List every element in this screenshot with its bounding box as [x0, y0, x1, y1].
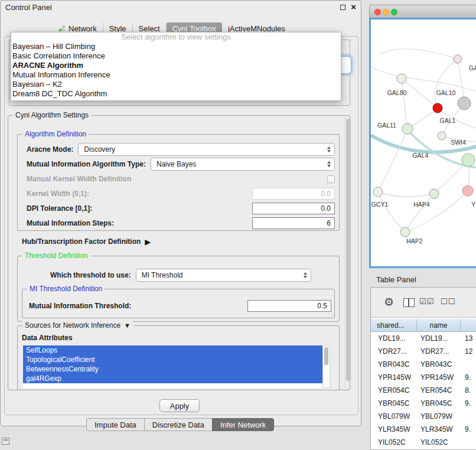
network-node[interactable]	[400, 227, 410, 237]
stepper-icon	[327, 161, 331, 167]
cell-name: YPR145W	[417, 373, 461, 381]
cell-name: YBL079W	[417, 412, 461, 420]
mi-steps-field[interactable]: 6	[252, 217, 335, 229]
triangle-right-icon: ▶	[145, 237, 151, 246]
network-node[interactable]	[438, 132, 446, 140]
network-window-titlebar[interactable]	[369, 5, 476, 18]
data-attributes-heading: Data Attributes	[22, 334, 73, 342]
close-traffic-light[interactable]	[374, 9, 381, 15]
gear-icon[interactable]: ⚙	[384, 295, 394, 309]
mi-steps-label: Mutual Information Steps:	[27, 219, 114, 227]
checked-boxes-icon[interactable]: ☑☑	[419, 297, 434, 306]
kernel-width-field[interactable]: 0.0	[252, 188, 335, 200]
table-panel: ⚙ ☑☑ ☐☐ shared... name YDL19... YDL19...…	[370, 287, 476, 450]
algorithm-option[interactable]: Bayesian – K2	[11, 80, 341, 89]
algorithm-option[interactable]: Mutual Information Inference	[11, 70, 341, 80]
list-item[interactable]: TopologicalCoefficient	[23, 355, 322, 364]
network-node[interactable]	[397, 74, 406, 83]
node-label: HAP4	[413, 201, 430, 208]
cell-name: YLR345W	[417, 425, 461, 433]
settings-scrollbar-thumb[interactable]	[346, 119, 351, 381]
hub-definition-toggle[interactable]: Hub/Transcription Factor Definition ▶	[22, 236, 151, 247]
node-label: GAL11	[377, 122, 396, 129]
which-threshold-label: Which threshold to use:	[50, 271, 131, 279]
network-canvas[interactable]: GAL80 GAL10 GAL11 GAL1 SWI4 GAL4 GCY1 HA…	[369, 18, 476, 268]
mi-type-combo[interactable]: Naive Bayes	[151, 158, 335, 171]
columns-icon[interactable]	[403, 298, 415, 307]
mi-threshold-row: Mutual Information Threshold: 0.5	[29, 299, 331, 313]
column-header-name[interactable]: name	[417, 319, 461, 331]
mi-threshold-label: Mutual Information Threshold:	[29, 302, 131, 310]
cell-name: YBR043C	[417, 360, 461, 369]
settings-scrollbar[interactable]	[345, 116, 351, 388]
algorithm-option-selected[interactable]: ARACNE Algorithm	[11, 61, 341, 70]
cyni-algorithm-settings-legend: Cyni Algorithm Settings	[13, 111, 91, 119]
window-title: Control Panel	[5, 3, 52, 12]
list-item[interactable]: BetweennessCentrality	[23, 364, 322, 374]
node-label: GAL8	[469, 64, 476, 71]
network-node[interactable]	[429, 189, 439, 198]
table-row[interactable]: YBR045C YBR045C 9.	[371, 397, 476, 410]
stepper-icon	[327, 146, 331, 152]
cell-shared: YBL079W	[371, 412, 417, 420]
network-node[interactable]	[373, 187, 383, 197]
table-row[interactable]: YPR145W YPR145W 9.	[371, 371, 476, 384]
tab-impute-data[interactable]: Impute Data	[86, 418, 145, 431]
table-toolbar: ⚙ ☑☑ ☐☐	[371, 288, 476, 318]
dpi-tolerance-label: DPI Tolerance [0,1]:	[27, 204, 92, 213]
zoom-traffic-light[interactable]	[391, 9, 397, 15]
network-node[interactable]	[402, 123, 413, 134]
network-node-pink[interactable]	[462, 185, 473, 196]
close-icon[interactable]: ×	[351, 2, 356, 12]
node-label: GCY1	[371, 201, 389, 208]
mi-threshold-field[interactable]: 0.5	[247, 300, 331, 312]
unchecked-boxes-icon[interactable]: ☐☐	[441, 297, 455, 306]
float-icon[interactable]	[340, 5, 345, 10]
node-label: HAP2	[406, 237, 423, 244]
bottom-tab-bar: Impute Data Discretize Data Infer Networ…	[86, 418, 274, 431]
table-row[interactable]: YBL079W YBL079W	[371, 410, 476, 423]
aracne-mode-combo[interactable]: Discovery	[78, 143, 335, 156]
list-scrollbar[interactable]	[322, 345, 330, 388]
list-item[interactable]: gal4RGexp	[23, 374, 322, 383]
dpi-tolerance-row: DPI Tolerance [0,1]: 0.0	[27, 201, 335, 216]
table-row[interactable]: YBR043C YBR043C	[371, 358, 476, 371]
list-item[interactable]: SelfLoops	[23, 345, 322, 355]
algorithm-option[interactable]: Bayesian – Hill Climbing	[11, 42, 341, 51]
tab-discretize-data[interactable]: Discretize Data	[144, 418, 213, 431]
network-node-gray[interactable]	[458, 97, 471, 110]
tab-infer-network[interactable]: Infer Network	[212, 418, 274, 431]
algorithm-option[interactable]: Dream8 DC_TDC Algorithm	[11, 89, 341, 99]
table-body: YDL19... YDL19... 13 YDR27... YDR27... 1…	[371, 332, 476, 449]
network-node-red[interactable]	[433, 103, 442, 113]
apply-button[interactable]: Apply	[159, 399, 200, 412]
column-header-extra[interactable]	[461, 319, 476, 331]
algorithm-dropdown-popup: Select algorithm to view settings Bayesi…	[11, 32, 341, 101]
table-row[interactable]: YLR345W YLR345W 9.	[371, 423, 476, 436]
collapsed-panel-icon[interactable]	[2, 438, 9, 445]
cell-shared: YBR043C	[371, 360, 417, 369]
column-header-shared[interactable]: shared...	[371, 319, 417, 331]
which-threshold-combo[interactable]: MI Threshold	[136, 269, 311, 282]
mi-type-value: Naive Bayes	[157, 160, 196, 168]
stepper-icon	[304, 272, 307, 278]
table-row[interactable]: YDR27... YDR27... 12	[371, 345, 476, 358]
network-node[interactable]	[454, 55, 462, 63]
manual-kernel-label: Manual Kernel Width Definition	[27, 175, 131, 183]
dpi-tolerance-field[interactable]: 0.0	[252, 203, 335, 214]
cell-extra: 9.	[461, 399, 476, 407]
table-row[interactable]: YIL052C YIL052C	[371, 436, 476, 449]
table-row[interactable]: YER054C YER054C 8.	[371, 384, 476, 397]
cell-extra: 8.	[461, 386, 476, 394]
network-icon	[58, 25, 66, 32]
algorithm-option[interactable]: Basic Correlation Inference	[11, 51, 341, 61]
sources-legend-row[interactable]: Sources for Network Inference ▼	[22, 321, 133, 330]
list-scrollbar-thumb[interactable]	[324, 347, 328, 365]
minimize-traffic-light[interactable]	[383, 9, 389, 15]
table-row[interactable]: YDL19... YDL19... 13	[371, 332, 476, 345]
network-node[interactable]	[462, 154, 475, 167]
manual-kernel-checkbox[interactable]	[327, 175, 335, 183]
network-graph: GAL80 GAL10 GAL11 GAL1 SWI4 GAL4 GCY1 HA…	[371, 19, 476, 266]
mi-type-row: Mutual Information Algorithm Type: Naive…	[27, 157, 335, 171]
which-threshold-value: MI Threshold	[142, 271, 183, 279]
